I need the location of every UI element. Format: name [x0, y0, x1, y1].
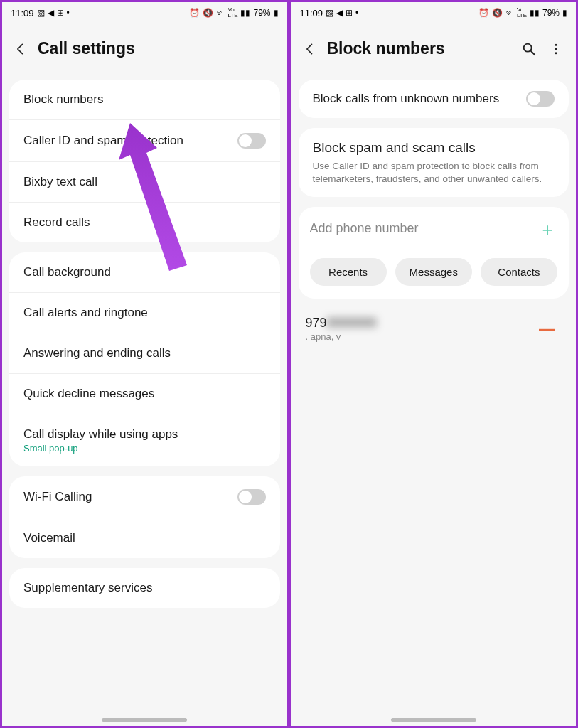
battery-icon: ▮ [274, 9, 279, 17]
settings-group-1: Block numbers Caller ID and spam protect… [9, 80, 280, 242]
card-add-number: Add phone number + Recents Messages Cont… [299, 207, 569, 299]
alarm-icon: ⏰ [189, 9, 200, 17]
row-caller-id-spam[interactable]: Caller ID and spam protection [9, 120, 280, 162]
battery-percent: 79% [542, 8, 560, 18]
row-voicemail[interactable]: Voicemail [9, 518, 280, 558]
volte-icon: VoLTE [517, 7, 527, 18]
blocked-number: 9790000000 [306, 316, 540, 331]
spam-title: Block spam and scam calls [313, 139, 476, 157]
svg-point-4 [555, 52, 557, 54]
blocked-entry[interactable]: 9790000000 . apna, v — [299, 306, 569, 355]
row-supplementary[interactable]: Supplementary services [9, 568, 280, 608]
volte-icon: VoLTE [228, 7, 237, 18]
toggle-block-unknown[interactable] [526, 91, 555, 107]
svg-point-0 [524, 43, 532, 51]
dot-icon: • [355, 9, 358, 17]
toggle-wifi-calling[interactable] [237, 489, 266, 505]
gallery-icon: ▧ [37, 9, 45, 17]
phone-right: 11:09 ▧ ◀ ⊞ • ⏰ 🔇 ᯤ VoLTE ▮▮ 79% ▮ Block… [289, 0, 579, 728]
blocked-subtitle: . apna, v [306, 331, 540, 342]
svg-line-1 [531, 50, 535, 55]
telegram-icon: ◀ [48, 9, 54, 17]
mute-icon: 🔇 [492, 9, 503, 17]
back-icon[interactable] [14, 42, 28, 56]
mute-icon: 🔇 [203, 9, 213, 17]
apps-icon: ⊞ [57, 9, 64, 17]
page-header: Call settings [2, 23, 287, 80]
row-call-display-apps[interactable]: Call display while using apps Small pop-… [9, 414, 280, 466]
back-icon[interactable] [303, 42, 317, 56]
status-time: 11:09 [300, 8, 323, 18]
row-block-numbers[interactable]: Block numbers [9, 80, 280, 120]
row-record-calls[interactable]: Record calls [9, 203, 280, 242]
row-answering-ending[interactable]: Answering and ending calls [9, 333, 280, 374]
chip-messages[interactable]: Messages [395, 258, 472, 286]
toggle-caller-id[interactable] [237, 133, 266, 149]
card-block-spam[interactable]: Block spam and scam calls Use Caller ID … [299, 128, 569, 197]
row-wifi-calling[interactable]: Wi-Fi Calling [9, 476, 280, 518]
apps-icon: ⊞ [346, 9, 353, 17]
search-icon[interactable] [520, 41, 537, 58]
chip-recents[interactable]: Recents [310, 258, 387, 286]
telegram-icon: ◀ [336, 9, 343, 17]
row-call-alerts[interactable]: Call alerts and ringtone [9, 293, 280, 333]
dot-icon: • [67, 9, 70, 17]
spam-desc: Use Caller ID and spam protection to blo… [313, 160, 555, 186]
status-bar: 11:09 ▧ ◀ ⊞ • ⏰ 🔇 ᯤ VoLTE ▮▮ 79% ▮ [291, 2, 577, 23]
wifi-icon: ᯤ [505, 9, 514, 17]
svg-point-2 [555, 43, 557, 46]
add-icon[interactable]: + [537, 219, 557, 241]
nav-pill[interactable] [102, 718, 187, 722]
battery-percent: 79% [253, 8, 270, 18]
status-time: 11:09 [11, 8, 34, 18]
gallery-icon: ▧ [326, 9, 333, 17]
card-block-unknown: Block calls from unknown numbers [299, 80, 569, 118]
svg-point-3 [555, 48, 557, 50]
page-title: Block numbers [327, 39, 445, 58]
alarm-icon: ⏰ [478, 9, 489, 17]
battery-icon: ▮ [562, 9, 567, 17]
signal-icon: ▮▮ [240, 9, 250, 17]
card-blocked-list: 9790000000 . apna, v — [299, 306, 569, 355]
add-number-input[interactable]: Add phone number [310, 217, 531, 242]
page-header: Block numbers [291, 23, 577, 80]
row-call-background[interactable]: Call background [9, 252, 280, 293]
phone-left: 11:09 ▧ ◀ ⊞ • ⏰ 🔇 ᯤ VoLTE ▮▮ 79% ▮ Call … [0, 0, 289, 728]
more-icon[interactable] [547, 41, 564, 58]
wifi-icon: ᯤ [216, 9, 225, 17]
settings-group-4: Supplementary services [9, 568, 280, 608]
nav-pill[interactable] [391, 718, 476, 722]
settings-group-2: Call background Call alerts and ringtone… [9, 252, 280, 466]
chip-row: Recents Messages Contacts [310, 258, 558, 286]
settings-group-3: Wi-Fi Calling Voicemail [9, 476, 280, 558]
page-title: Call settings [38, 39, 135, 58]
row-bixby-text-call[interactable]: Bixby text call [9, 162, 280, 203]
chip-contacts[interactable]: Contacts [481, 258, 557, 286]
status-bar: 11:09 ▧ ◀ ⊞ • ⏰ 🔇 ᯤ VoLTE ▮▮ 79% ▮ [2, 2, 287, 23]
row-quick-decline[interactable]: Quick decline messages [9, 374, 280, 414]
remove-icon[interactable]: — [539, 320, 555, 338]
row-block-unknown[interactable]: Block calls from unknown numbers [299, 80, 569, 118]
signal-icon: ▮▮ [530, 9, 540, 17]
